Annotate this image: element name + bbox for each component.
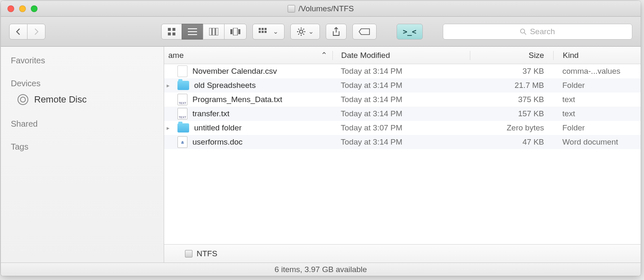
svg-rect-14: [262, 28, 264, 30]
terminal-button[interactable]: >_<: [397, 24, 423, 40]
table-row[interactable]: TEXTPrograms_Mens_Data.txtToday at 3:14 …: [164, 92, 641, 107]
path-name: NTFS: [197, 249, 217, 258]
zoom-button[interactable]: [31, 5, 37, 12]
svg-rect-3: [172, 32, 175, 35]
window-title: /Volumes/NTFS: [287, 4, 354, 13]
column-date[interactable]: Date Modified: [332, 51, 470, 60]
svg-point-19: [300, 30, 303, 33]
svg-line-24: [298, 29, 299, 30]
svg-line-29: [524, 32, 527, 35]
file-date: Today at 3:14 PM: [332, 81, 470, 90]
svg-line-25: [303, 34, 304, 35]
file-size: 47 KB: [470, 138, 553, 147]
disclosure-triangle-icon[interactable]: ▸: [167, 125, 172, 131]
title-text: /Volumes/NTFS: [298, 4, 354, 13]
file-size: 375 KB: [470, 95, 553, 104]
nav-buttons: [9, 24, 45, 40]
sidebar-tags-header[interactable]: Tags: [1, 139, 164, 153]
file-date: Today at 3:07 PM: [332, 123, 470, 132]
file-name: transfer.txt: [192, 109, 230, 118]
search-field[interactable]: Search: [443, 24, 632, 40]
tags-button[interactable]: [352, 24, 377, 40]
file-kind: comma-...values: [553, 67, 641, 76]
svg-rect-0: [168, 28, 171, 31]
file-name: userforms.doc: [192, 138, 242, 147]
column-kind[interactable]: Kind: [553, 51, 641, 60]
file-name: November Calendar.csv: [192, 67, 277, 76]
file-date: Today at 3:14 PM: [332, 109, 470, 118]
file-date: Today at 3:14 PM: [332, 67, 470, 76]
svg-rect-8: [212, 28, 215, 35]
sidebar-item-label: Remote Disc: [34, 94, 87, 105]
column-headers: ame ⌃ Date Modified Size Kind: [164, 47, 641, 64]
back-button[interactable]: [9, 24, 27, 40]
body: Favorites Devices Remote Disc Shared Tag…: [1, 47, 641, 262]
sidebar: Favorites Devices Remote Disc Shared Tag…: [1, 47, 164, 262]
file-kind: text: [553, 95, 641, 104]
file-kind: Folder: [553, 123, 641, 132]
disk-icon: [287, 5, 295, 12]
action-button[interactable]: ⌄: [290, 24, 320, 40]
folder-icon: [177, 81, 189, 90]
svg-rect-1: [172, 28, 175, 31]
column-view-button[interactable]: [203, 24, 225, 40]
sidebar-shared-header[interactable]: Shared: [1, 116, 164, 130]
svg-rect-16: [259, 31, 261, 33]
close-button[interactable]: [7, 5, 14, 12]
icon-view-button[interactable]: [161, 24, 182, 40]
svg-rect-11: [233, 28, 237, 35]
file-name: old Spreadsheets: [194, 81, 256, 90]
file-size: 157 KB: [470, 109, 553, 118]
search-placeholder: Search: [530, 27, 555, 36]
table-row[interactable]: auserforms.docToday at 3:14 PM47 KBWord …: [164, 135, 641, 149]
disclosure-triangle-icon[interactable]: ▸: [167, 82, 172, 89]
file-size: Zero bytes: [470, 123, 553, 132]
disk-icon: [185, 250, 192, 258]
svg-rect-9: [216, 28, 218, 35]
svg-rect-15: [265, 28, 267, 30]
titlebar: /Volumes/NTFS: [1, 1, 641, 17]
path-bar[interactable]: NTFS: [164, 244, 641, 262]
column-size[interactable]: Size: [470, 51, 553, 60]
sidebar-devices-header[interactable]: Devices: [1, 75, 164, 90]
toolbar: ⌄ ⌄ >_< Search: [1, 17, 641, 47]
sidebar-favorites-header[interactable]: Favorites: [1, 52, 164, 67]
table-row[interactable]: TEXTtransfer.txtToday at 3:14 PM157 KBte…: [164, 107, 641, 121]
coverflow-view-button[interactable]: [224, 24, 247, 40]
file-date: Today at 3:14 PM: [332, 95, 470, 104]
doc-file-icon: a: [177, 136, 187, 148]
text-file-icon: TEXT: [177, 108, 187, 120]
sidebar-item-remote-disc[interactable]: Remote Disc: [1, 92, 164, 108]
file-name: Programs_Mens_Data.txt: [192, 95, 282, 104]
folder-icon: [177, 123, 189, 132]
svg-rect-10: [230, 29, 232, 34]
text-file-icon: TEXT: [177, 94, 187, 105]
svg-line-27: [303, 29, 304, 30]
table-row[interactable]: ▸old SpreadsheetsToday at 3:14 PM21.7 MB…: [164, 78, 641, 92]
file-listing: ame ⌃ Date Modified Size Kind November C…: [164, 47, 641, 262]
table-row[interactable]: November Calendar.csvToday at 3:14 PM37 …: [164, 64, 641, 78]
sort-indicator-icon: ⌃: [321, 50, 327, 60]
svg-rect-13: [259, 28, 261, 30]
minimize-button[interactable]: [19, 5, 26, 12]
svg-rect-12: [238, 29, 240, 34]
list-view-button[interactable]: [182, 24, 203, 40]
remote-disc-icon: [17, 94, 28, 105]
svg-line-26: [298, 34, 299, 35]
forward-button[interactable]: [27, 24, 45, 40]
svg-rect-17: [262, 31, 264, 33]
share-button[interactable]: [326, 24, 347, 40]
table-row[interactable]: ▸untitled folderToday at 3:07 PMZero byt…: [164, 121, 641, 135]
search-icon: [520, 28, 527, 35]
status-text: 6 items, 3.97 GB available: [275, 265, 367, 274]
file-rows: November Calendar.csvToday at 3:14 PM37 …: [164, 64, 641, 244]
file-kind: text: [553, 109, 641, 118]
file-icon: [177, 65, 187, 77]
arrange-button[interactable]: ⌄: [252, 24, 285, 40]
svg-rect-2: [168, 32, 171, 35]
file-kind: Folder: [553, 81, 641, 90]
file-size: 21.7 MB: [470, 81, 553, 90]
column-name[interactable]: ame ⌃: [164, 50, 332, 60]
window-controls: [1, 5, 37, 12]
file-name: untitled folder: [194, 123, 242, 132]
